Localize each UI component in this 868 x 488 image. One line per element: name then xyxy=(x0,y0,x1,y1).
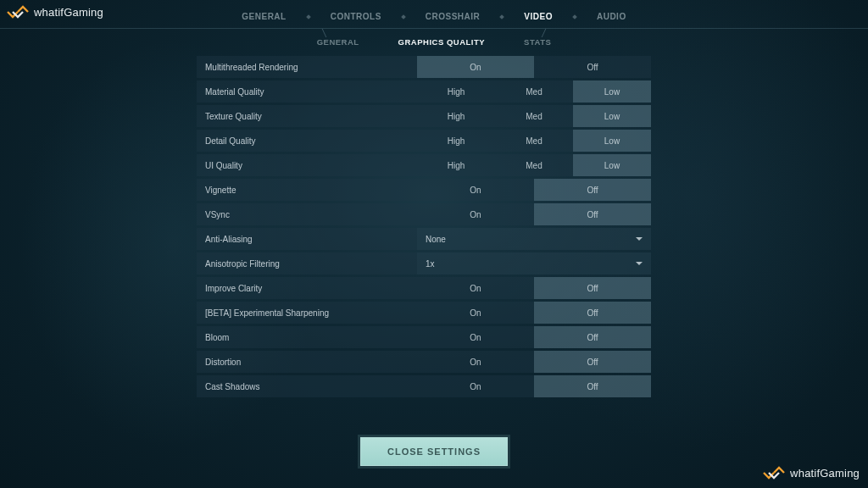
setting-label: VSync xyxy=(197,210,417,219)
setting-label: Texture Quality xyxy=(197,112,417,121)
setting-label: Detail Quality xyxy=(197,136,417,146)
setting-row-detail-quality: Detail QualityHighMedLow xyxy=(197,130,651,152)
nav-separator-icon xyxy=(572,14,577,19)
settings-panel: Multithreaded RenderingOnOffMaterial Qua… xyxy=(197,56,651,400)
vignette-option-on[interactable]: On xyxy=(417,179,534,201)
setting-options: HighMedLow xyxy=(417,105,651,127)
setting-options: OnOff xyxy=(417,375,651,397)
setting-label: Multithreaded Rendering xyxy=(197,63,417,72)
bloom-option-off[interactable]: Off xyxy=(534,326,651,348)
setting-row-vsync: VSyncOnOff xyxy=(197,203,651,225)
setting-row-distortion: DistortionOnOff xyxy=(197,351,651,373)
setting-row-multithreaded-rendering: Multithreaded RenderingOnOff xyxy=(197,56,651,78)
chevron-down-icon xyxy=(636,237,643,241)
improve-clarity-option-off[interactable]: Off xyxy=(534,277,651,299)
close-settings-button[interactable]: CLOSE SETTINGS xyxy=(360,437,508,466)
brand-logo-icon xyxy=(7,3,29,20)
ui-quality-option-high[interactable]: High xyxy=(417,154,495,176)
nav-separator-icon xyxy=(306,14,311,19)
top-tab-video[interactable]: VIDEO xyxy=(524,12,553,28)
setting-label: Material Quality xyxy=(197,87,417,97)
brand-logo-top: whatifGaming xyxy=(7,3,103,20)
setting-options: HighMedLow xyxy=(417,80,651,103)
brand-logo-icon xyxy=(763,464,785,481)
setting-label: UI Quality xyxy=(197,161,417,170)
multithreaded-rendering-option-on[interactable]: On xyxy=(417,56,534,78)
setting-row-texture-quality: Texture QualityHighMedLow xyxy=(197,105,651,127)
setting-options: OnOff xyxy=(417,326,651,348)
sub-nav: GENERALGRAPHICS QUALITYSTATS xyxy=(0,29,868,54)
material-quality-option-med[interactable]: Med xyxy=(495,80,573,103)
top-tab-general[interactable]: GENERAL xyxy=(242,12,286,28)
texture-quality-option-high[interactable]: High xyxy=(417,105,495,127)
setting-row-beta-experimental-sharpening: [BETA] Experimental SharpeningOnOff xyxy=(197,302,651,324)
sub-tab-stats[interactable]: STATS xyxy=(524,37,551,47)
top-tab-crosshair[interactable]: CROSSHAIR xyxy=(426,12,481,28)
setting-row-bloom: BloomOnOff xyxy=(197,326,651,348)
bloom-option-on[interactable]: On xyxy=(417,326,534,348)
setting-row-cast-shadows: Cast ShadowsOnOff xyxy=(197,375,651,397)
brand-logo-text: whatifGaming xyxy=(34,6,103,19)
setting-row-ui-quality: UI QualityHighMedLow xyxy=(197,154,651,176)
material-quality-option-high[interactable]: High xyxy=(417,80,495,103)
close-settings-label: CLOSE SETTINGS xyxy=(387,446,481,457)
setting-options: OnOff xyxy=(417,302,651,324)
nav-separator-icon xyxy=(499,14,504,19)
anti-aliasing-dropdown[interactable]: None xyxy=(417,228,651,250)
dropdown-value: 1x xyxy=(426,259,435,269)
nav-separator-icon xyxy=(401,14,406,19)
setting-options: OnOff xyxy=(417,203,651,225)
beta-experimental-sharpening-option-on[interactable]: On xyxy=(417,302,534,324)
distortion-option-on[interactable]: On xyxy=(417,351,534,373)
setting-row-vignette: VignetteOnOff xyxy=(197,179,651,201)
setting-options: OnOff xyxy=(417,56,651,78)
anisotropic-filtering-dropdown[interactable]: 1x xyxy=(417,252,651,274)
setting-label: Improve Clarity xyxy=(197,284,417,293)
sub-tab-graphics-quality[interactable]: GRAPHICS QUALITY xyxy=(398,37,485,47)
setting-label: Distortion xyxy=(197,358,417,367)
setting-options: OnOff xyxy=(417,179,651,201)
detail-quality-option-med[interactable]: Med xyxy=(495,130,573,152)
top-nav: GENERALCONTROLSCROSSHAIRVIDEOAUDIO xyxy=(0,0,868,29)
vsync-option-on[interactable]: On xyxy=(417,203,534,225)
beta-experimental-sharpening-option-off[interactable]: Off xyxy=(534,302,651,324)
ui-quality-option-low[interactable]: Low xyxy=(573,154,651,176)
ui-quality-option-med[interactable]: Med xyxy=(495,154,573,176)
setting-label: Cast Shadows xyxy=(197,382,417,391)
detail-quality-option-high[interactable]: High xyxy=(417,130,495,152)
detail-quality-option-low[interactable]: Low xyxy=(573,130,651,152)
improve-clarity-option-on[interactable]: On xyxy=(417,277,534,299)
setting-row-material-quality: Material QualityHighMedLow xyxy=(197,80,651,103)
distortion-option-off[interactable]: Off xyxy=(534,351,651,373)
cast-shadows-option-off[interactable]: Off xyxy=(534,375,651,397)
setting-label: Bloom xyxy=(197,333,417,342)
top-tab-controls[interactable]: CONTROLS xyxy=(331,12,381,28)
texture-quality-option-med[interactable]: Med xyxy=(495,105,573,127)
multithreaded-rendering-option-off[interactable]: Off xyxy=(534,56,651,78)
setting-options: HighMedLow xyxy=(417,154,651,176)
setting-label: Anisotropic Filtering xyxy=(197,259,417,269)
top-tab-audio[interactable]: AUDIO xyxy=(597,12,626,28)
setting-label: Vignette xyxy=(197,186,417,195)
material-quality-option-low[interactable]: Low xyxy=(573,80,651,103)
setting-label: Anti-Aliasing xyxy=(197,235,417,244)
setting-row-anti-aliasing: Anti-AliasingNone xyxy=(197,228,651,250)
setting-options: OnOff xyxy=(417,277,651,299)
sub-tab-general[interactable]: GENERAL xyxy=(317,37,359,47)
texture-quality-option-low[interactable]: Low xyxy=(573,105,651,127)
setting-row-anisotropic-filtering: Anisotropic Filtering1x xyxy=(197,252,651,274)
vsync-option-off[interactable]: Off xyxy=(534,203,651,225)
setting-options: HighMedLow xyxy=(417,130,651,152)
chevron-down-icon xyxy=(636,262,643,265)
dropdown-value: None xyxy=(426,235,446,244)
brand-logo-text: whatifGaming xyxy=(790,467,860,480)
setting-label: [BETA] Experimental Sharpening xyxy=(197,308,417,318)
setting-row-improve-clarity: Improve ClarityOnOff xyxy=(197,277,651,299)
vignette-option-off[interactable]: Off xyxy=(534,179,651,201)
brand-logo-bottom: whatifGaming xyxy=(763,464,860,481)
cast-shadows-option-on[interactable]: On xyxy=(417,375,534,397)
setting-options: OnOff xyxy=(417,351,651,373)
